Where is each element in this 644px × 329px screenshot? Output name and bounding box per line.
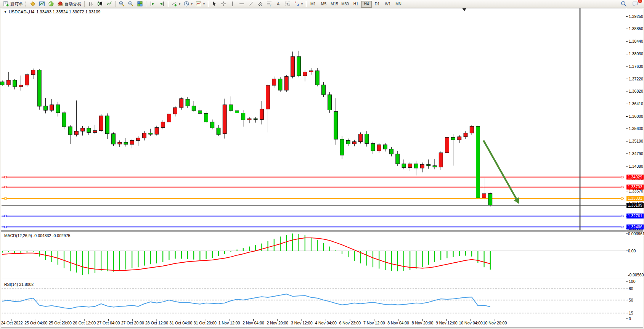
indicators-icon bbox=[171, 1, 177, 7]
cursor-icon bbox=[211, 1, 217, 7]
text-button[interactable]: A bbox=[274, 0, 283, 8]
crosshair-button[interactable] bbox=[219, 0, 228, 8]
periods-icon bbox=[183, 1, 190, 7]
autotrade-icon bbox=[57, 1, 63, 7]
chart-shift-button[interactable] bbox=[157, 0, 166, 8]
tile-windows-icon bbox=[137, 1, 143, 7]
crosshair-icon bbox=[220, 1, 226, 7]
bar-chart-icon bbox=[88, 1, 94, 7]
toolbar-separator bbox=[168, 1, 168, 7]
candlestick-chart-icon bbox=[97, 1, 103, 7]
chevron-down-icon: ▾ bbox=[301, 2, 303, 6]
text-icon: A bbox=[275, 1, 281, 7]
fibonacci-button[interactable]: F bbox=[265, 0, 274, 8]
rsi-name: RSI(14) bbox=[4, 282, 18, 287]
line-chart-icon bbox=[106, 1, 112, 7]
signals-icon bbox=[48, 1, 54, 7]
candlestick-chart-button[interactable] bbox=[95, 0, 104, 8]
chart-shift-icon bbox=[159, 1, 165, 7]
vertical-line-icon bbox=[230, 1, 236, 7]
svg-text:A: A bbox=[277, 2, 280, 6]
toolbar-separator bbox=[208, 1, 208, 7]
main-toolbar: 新订单 自动交易 ▾ ▾ ▾ E F A T ▾ bbox=[0, 0, 644, 8]
auto-scroll-icon bbox=[149, 1, 156, 7]
rsi-indicator-label: RSI(14) 31.8002 bbox=[4, 282, 34, 287]
templates-button[interactable]: ▾ bbox=[194, 0, 206, 8]
channel-button[interactable]: E bbox=[255, 0, 265, 8]
application-window: 新订单 自动交易 ▾ ▾ ▾ E F A T ▾ bbox=[0, 0, 644, 329]
autotrade-label: 自动交易 bbox=[64, 1, 81, 7]
rsi-current-value: 31.8002 bbox=[19, 282, 34, 287]
timeframe-H4[interactable]: H4 bbox=[361, 1, 372, 8]
timeframe-MN[interactable]: MN bbox=[393, 1, 404, 8]
svg-text:F: F bbox=[270, 5, 271, 7]
timeframe-M5[interactable]: M5 bbox=[318, 1, 329, 8]
horizontal-line-button[interactable] bbox=[237, 0, 246, 8]
bar-chart-button[interactable] bbox=[86, 0, 95, 8]
toolbar-separator bbox=[146, 1, 146, 7]
templates-icon bbox=[196, 1, 202, 7]
toolbar-separator bbox=[306, 1, 306, 7]
strategy-tester-button[interactable] bbox=[37, 0, 47, 8]
signals-button[interactable] bbox=[47, 0, 56, 8]
label-button[interactable]: T bbox=[283, 0, 292, 8]
timeframe-M15[interactable]: M15 bbox=[329, 1, 340, 8]
fibonacci-icon: F bbox=[266, 1, 272, 7]
timeframe-H1[interactable]: H1 bbox=[350, 1, 361, 8]
chart-window bbox=[1, 8, 643, 328]
zoom-out-icon bbox=[128, 1, 134, 7]
svg-text:T: T bbox=[286, 2, 289, 6]
horizontal-line-icon bbox=[239, 1, 245, 7]
toolbar-grip bbox=[26, 2, 27, 6]
autotrade-button[interactable]: 自动交易 bbox=[56, 0, 83, 8]
zoom-in-button[interactable] bbox=[117, 0, 126, 8]
chart-ohlc-values: 1.33493 1.33524 1.33072 1.33109 bbox=[36, 10, 100, 14]
indicators-button[interactable]: ▾ bbox=[170, 0, 182, 8]
new-order-button[interactable]: 新订单 bbox=[2, 0, 24, 8]
toolbar-right-icons: 1 bbox=[619, 0, 642, 8]
search-icon bbox=[621, 1, 627, 7]
arrows-button[interactable]: ▾ bbox=[292, 0, 304, 8]
chart-symbol-period: USDCAD-,H4 bbox=[9, 10, 34, 14]
trendline-icon bbox=[248, 1, 254, 7]
macd-current-values: -0.004332 -0.002975 bbox=[33, 233, 71, 238]
macd-indicator-label: MACD(12,26,9) -0.004332 -0.002975 bbox=[4, 233, 70, 238]
new-order-label: 新订单 bbox=[10, 1, 23, 7]
timeframe-W1[interactable]: W1 bbox=[382, 1, 393, 8]
timeframe-group: M1M5M15M30H1H4D1W1MN bbox=[308, 0, 404, 8]
chart-canvas[interactable]: 1.392501.388501.384401.380301.376301.372… bbox=[0, 0, 644, 329]
strategy-tester-icon bbox=[39, 1, 45, 7]
trendline-button[interactable] bbox=[246, 0, 255, 8]
timeframe-D1[interactable]: D1 bbox=[372, 1, 382, 8]
metaeditor-icon bbox=[30, 1, 36, 7]
timeframe-M30[interactable]: M30 bbox=[340, 1, 350, 8]
label-icon: T bbox=[284, 1, 291, 7]
chevron-down-icon[interactable]: ▼ bbox=[4, 10, 7, 14]
zoom-out-button[interactable] bbox=[126, 0, 135, 8]
arrows-icon bbox=[294, 1, 300, 7]
zoom-in-icon bbox=[119, 1, 125, 7]
chevron-down-icon: ▾ bbox=[179, 2, 180, 6]
svg-text:E: E bbox=[261, 4, 262, 6]
chevron-down-icon: ▾ bbox=[203, 2, 205, 6]
metaeditor-button[interactable] bbox=[28, 0, 37, 8]
search-button[interactable] bbox=[619, 0, 628, 8]
toolbar-separator bbox=[115, 1, 116, 7]
timeframe-M1[interactable]: M1 bbox=[308, 1, 318, 8]
toolbar-separator bbox=[84, 1, 85, 7]
macd-name: MACD(12,26,9) bbox=[4, 233, 32, 238]
new-order-icon bbox=[3, 1, 9, 7]
notification-badge: 1 bbox=[638, 0, 642, 3]
periods-button[interactable]: ▾ bbox=[182, 0, 194, 8]
vertical-line-button[interactable] bbox=[228, 0, 237, 8]
line-chart-button[interactable] bbox=[104, 0, 114, 8]
cursor-button[interactable] bbox=[210, 0, 219, 8]
auto-scroll-button[interactable] bbox=[148, 0, 157, 8]
chart-header: ▼ USDCAD-,H4 1.33493 1.33524 1.33072 1.3… bbox=[4, 10, 100, 14]
tile-windows-button[interactable] bbox=[135, 0, 145, 8]
price-axis[interactable] bbox=[626, 8, 644, 320]
notifications-button[interactable]: 1 bbox=[631, 0, 640, 8]
time-axis[interactable] bbox=[1, 319, 626, 327]
chevron-down-icon: ▾ bbox=[191, 2, 193, 6]
channel-icon: E bbox=[257, 1, 263, 7]
